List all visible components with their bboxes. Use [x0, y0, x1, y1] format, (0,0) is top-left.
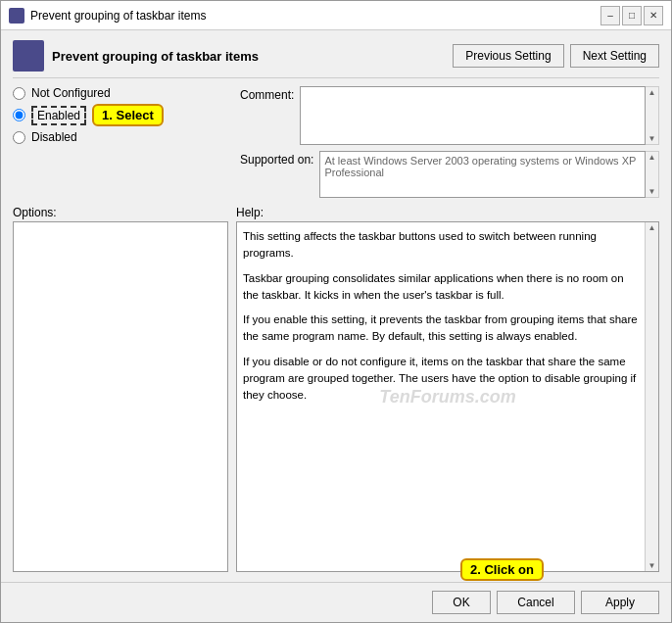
cancel-button[interactable]: Cancel	[497, 591, 575, 614]
maximize-button[interactable]: □	[622, 6, 642, 25]
left-panel: Not Configured Enabled 1. Select Disable…	[13, 86, 228, 198]
comment-wrapper: ▲ ▼	[300, 86, 659, 145]
policy-icon	[13, 40, 44, 72]
scroll-down-icon[interactable]: ▼	[648, 134, 656, 143]
options-box	[13, 221, 228, 572]
disabled-option[interactable]: Disabled	[13, 130, 228, 144]
options-help-section: Options: Help: This setting affects the …	[13, 206, 659, 572]
not-configured-radio[interactable]	[13, 87, 25, 100]
comment-label: Comment:	[240, 86, 294, 102]
title-bar: Prevent grouping of taskbar items – □ ✕	[1, 1, 671, 30]
help-label: Help:	[236, 206, 659, 219]
enabled-label: Enabled	[31, 106, 86, 125]
annotation-step2-wrapper: 2. Click on	[460, 558, 544, 581]
comment-section: Comment: ▲ ▼	[240, 86, 659, 145]
next-setting-button[interactable]: Next Setting	[570, 44, 659, 68]
supported-on-label: Supported on:	[240, 151, 313, 167]
header-row: Prevent grouping of taskbar items Previo…	[13, 40, 659, 78]
help-col: Help: This setting affects the taskbar b…	[236, 206, 659, 572]
not-configured-option[interactable]: Not Configured	[13, 86, 228, 100]
annotation-step1: 1. Select	[92, 104, 164, 126]
minimize-button[interactable]: –	[600, 6, 620, 25]
supported-section: Supported on: At least Windows Server 20…	[240, 151, 659, 198]
enabled-option[interactable]: Enabled 1. Select	[13, 104, 228, 126]
bottom-bar: 2. Click on OK Cancel Apply	[1, 582, 671, 622]
apply-button[interactable]: Apply	[581, 591, 659, 614]
enabled-radio[interactable]	[13, 109, 25, 121]
settings-section: Not Configured Enabled 1. Select Disable…	[13, 86, 659, 198]
title-bar-controls: – □ ✕	[600, 6, 663, 25]
help-scroll-up-icon[interactable]: ▲	[648, 223, 656, 232]
not-configured-label: Not Configured	[31, 86, 111, 100]
help-para-2: Taskbar grouping consolidates similar ap…	[243, 270, 639, 305]
supported-scrollbar[interactable]: ▲ ▼	[646, 151, 659, 198]
annotation-step2: 2. Click on	[460, 558, 544, 581]
right-panel: Comment: ▲ ▼ Supported on: At least Wind…	[240, 86, 659, 198]
main-window: Prevent grouping of taskbar items – □ ✕ …	[0, 0, 672, 623]
window-icon	[9, 8, 24, 24]
help-box: This setting affects the taskbar buttons…	[236, 221, 659, 572]
help-scrollbar[interactable]: ▲ ▼	[645, 222, 658, 571]
comment-scrollbar[interactable]: ▲ ▼	[646, 86, 659, 145]
disabled-radio[interactable]	[13, 131, 25, 144]
options-label: Options:	[13, 206, 228, 219]
window-title: Prevent grouping of taskbar items	[30, 9, 600, 23]
help-para-1: This setting affects the taskbar buttons…	[243, 228, 639, 263]
options-col: Options:	[13, 206, 228, 572]
comment-textarea[interactable]	[300, 86, 646, 145]
supported-on-value: At least Windows Server 2003 operating s…	[319, 151, 646, 198]
policy-title: Prevent grouping of taskbar items	[52, 49, 259, 64]
previous-setting-button[interactable]: Previous Setting	[453, 44, 563, 68]
supported-scroll-up-icon[interactable]: ▲	[648, 153, 656, 162]
help-para-3: If you enable this setting, it prevents …	[243, 312, 639, 346]
help-scroll-down-icon[interactable]: ▼	[648, 561, 656, 570]
content-area: Prevent grouping of taskbar items Previo…	[1, 30, 671, 582]
ok-button[interactable]: OK	[432, 591, 491, 614]
options-help-row: Options: Help: This setting affects the …	[13, 206, 659, 572]
nav-buttons: Previous Setting Next Setting	[453, 44, 659, 68]
close-button[interactable]: ✕	[644, 6, 663, 25]
scroll-up-icon[interactable]: ▲	[648, 88, 656, 97]
help-text-area: This setting affects the taskbar buttons…	[237, 222, 645, 571]
disabled-label: Disabled	[31, 130, 77, 144]
header-left: Prevent grouping of taskbar items	[13, 40, 259, 72]
enabled-label-wrapper: Enabled 1. Select	[31, 104, 164, 126]
radio-group: Not Configured Enabled 1. Select Disable…	[13, 86, 228, 144]
help-para-4: If you disable or do not configure it, i…	[243, 354, 639, 405]
supported-scroll-down-icon[interactable]: ▼	[648, 187, 656, 196]
